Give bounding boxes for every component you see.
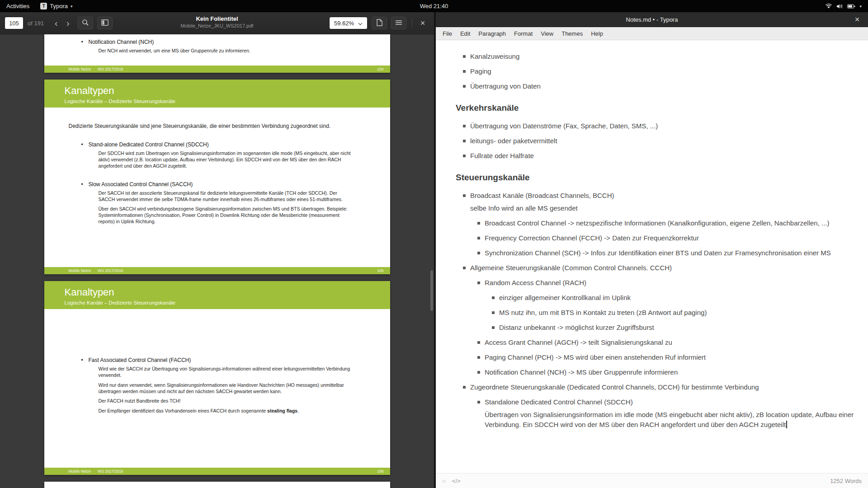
list-item[interactable]: einziger allgemeiner Kontrollkanal im Up… [492,293,857,303]
slide-bullet-title: •Stand-alone Dedicated Control Channel (… [69,141,372,148]
list-item[interactable]: MS nutz ihn, um mit BTS in Kontakt zu tr… [492,308,857,318]
document-icon [377,19,382,28]
list-item[interactable]: Random Access Channel (RACH) [477,278,857,288]
bullet-marker [477,401,480,404]
source-code-toggle-icon[interactable]: </> [452,478,461,484]
bullet-marker [477,341,480,344]
app-menu-button[interactable]: T Typora ▾ [36,0,77,12]
document-filename: Mobile_Netze_JKU_WS2017.pdf [122,23,312,28]
typora-statusbar: ○ </> 1252 Words [436,473,868,488]
list-item[interactable]: Übertragung von Daten [463,81,857,91]
battery-icon [847,4,855,9]
footer-course-label: Mobile Netze [69,469,91,474]
page-number-input[interactable] [5,17,24,29]
list-item-text: Distanz unbekannt -> möglichst kurzer Zu… [499,324,654,331]
bullet-marker [463,386,466,389]
slide-bullet-title: •Notification Channel (NCH) [69,39,372,45]
slide-bullet: •Notification Channel (NCH)Der NCH wird … [69,39,372,54]
list-item[interactable]: Paging [463,66,857,76]
document-properties-button[interactable] [372,17,387,29]
slide-bullet: •Stand-alone Dedicated Control Channel (… [69,141,372,169]
menu-edit[interactable]: Edit [456,28,474,39]
list-item[interactable]: Broadcast Control Channel -> netzspezifi… [477,218,857,228]
clock[interactable]: Wed 21:40 [420,3,448,9]
bullet-marker [477,222,480,225]
document-title: Kein Folientitel [122,15,312,22]
list-item[interactable]: Frequency Correction Channel (FCCH) -> D… [477,233,857,243]
slide-footer: Mobile NetzeWS 2017/2018104 [44,66,390,73]
zoom-level-select[interactable]: 59.62% [329,17,368,29]
list-item-text: Allgemeine Steuerungskanäle (Common Cont… [470,264,672,272]
list-item-text: einziger allgemeiner Kontrollkanal im Up… [499,294,631,301]
pdf-slide: KanaltypenLogische Kanäle – Dedizierte S… [44,281,390,475]
scrollbar-thumb[interactable] [430,270,433,311]
pdf-slide [44,482,390,488]
menu-file[interactable]: File [439,28,456,39]
slide-bullet-title: •Fast Associated Control Channel (FACCH) [69,357,372,363]
list-item-text: MS nutz ihn, um mit BTS in Kontakt zu tr… [499,309,707,316]
list-item-text: Broadcast Control Channel -> netzspezifi… [485,219,830,227]
list-item[interactable]: Paging Channel (PCH) -> MS wird über ein… [477,352,857,362]
bullet-icon: • [81,357,83,363]
slide-bullet-body: Der FACCH nutzt Bandbreite des TCH! [99,398,352,404]
menu-themes[interactable]: Themes [557,28,587,39]
list-item[interactable]: Broadcast Kanäle (Broadcast Channels, BC… [463,191,857,213]
pdf-scrollbar[interactable] [430,36,433,486]
typora-editor[interactable]: KanalzuweisungPagingÜbertragung von Date… [436,40,868,473]
system-status-area[interactable]: ▾ [825,0,868,12]
footer-term-label: WS 2017/2018 [98,268,123,273]
list-item[interactable]: Fullrate oder Halfrate [463,151,857,161]
list-item-text: Übertragen von Signalisierungsinformatio… [485,410,857,430]
footer-page-number: 106 [377,469,383,474]
bullet-icon: • [81,141,83,148]
menu-paragraph[interactable]: Paragraph [474,28,510,39]
sidebar-icon [101,19,108,27]
list-item[interactable]: Übertragung von Datenströme (Fax, Sprach… [463,121,857,131]
pdf-pages: •Notification Channel (NCH)Der NCH wird … [0,34,434,488]
slide-title: Kanaltypen [65,286,390,298]
chevron-down-icon: ▾ [71,4,73,9]
list-item[interactable]: Access Grant Channel (AGCH) -> teilt Sig… [477,338,857,347]
outline-toggle-icon[interactable]: ○ [442,478,446,484]
menu-format[interactable]: Format [510,28,537,39]
typora-titlebar[interactable]: Notes.md • - Typora × [436,12,868,27]
pdf-document-area[interactable]: •Notification Channel (NCH)Der NCH wird … [0,34,434,488]
bullet-marker [463,55,466,58]
bullet-marker [477,371,480,374]
list-item[interactable]: Kanalzuweisung [463,52,857,61]
pdf-close-button[interactable]: × [416,16,429,30]
typora-close-button[interactable]: × [850,12,864,27]
activities-button[interactable]: Activities [0,0,36,12]
bullet-marker [477,282,480,284]
list-item-text: Fullrate oder Halfrate [470,152,534,160]
bullet-marker [463,267,466,269]
list-item[interactable]: Standalone Dedicated Control Channel (SD… [477,397,857,430]
chevron-down-icon [358,20,363,27]
list-item-text: Broadcast Kanäle (Broadcast Channels, BC… [470,192,614,199]
next-page-button[interactable]: › [62,16,74,30]
previous-page-button[interactable]: ‹ [50,16,62,30]
list-item-text: Übertragung von Daten [470,82,541,90]
bullet-icon: • [81,181,83,188]
list-item[interactable]: Allgemeine Steuerungskanäle (Common Cont… [463,263,857,273]
slide-footer: Mobile NetzeWS 2017/2018105 [44,267,390,274]
page-total-label: of 191 [28,20,44,27]
zoom-level-value: 59.62% [334,20,354,27]
text-cursor [786,421,787,428]
list-item[interactable]: Notification Channel (NCH) -> MS über Gr… [477,367,857,377]
hamburger-icon [395,20,402,27]
list-item[interactable]: Distanz unbekannt -> möglichst kurzer Zu… [492,323,857,333]
sidebar-toggle-button[interactable] [97,17,113,29]
search-button[interactable] [78,17,93,29]
menu-button[interactable] [391,17,406,29]
bullet-marker [463,125,466,127]
wifi-icon [825,3,832,9]
list-item[interactable]: leitungs- oder paketvermittelt [463,136,857,146]
pdf-viewer-window: of 191 ‹ › K [0,12,434,488]
menu-help[interactable]: Help [587,28,607,39]
bullet-marker [477,237,480,239]
menu-view[interactable]: View [537,28,557,39]
list-item[interactable]: Zugeordnete Steuerungskanäle (Dedicated … [463,382,857,392]
list-item[interactable]: Synchronization Channel (SCH) -> Infos z… [477,248,857,258]
typora-window-title: Notes.md • - Typora [626,16,678,23]
